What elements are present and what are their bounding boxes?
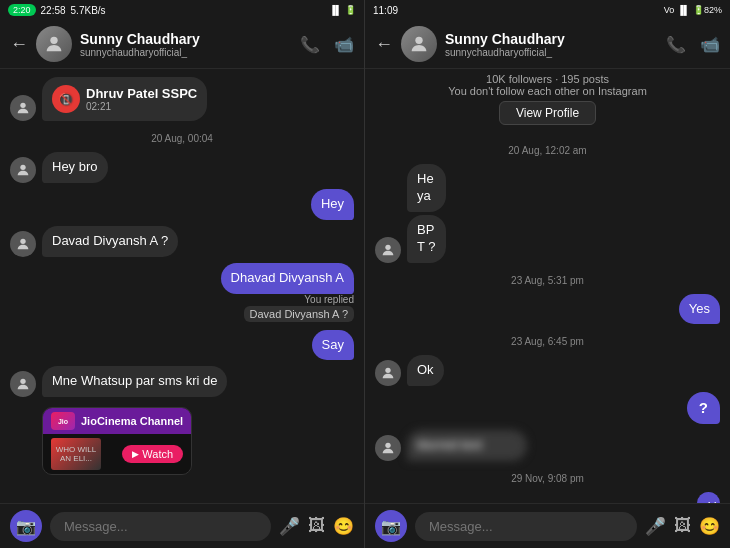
right-status-bar: 11:09 Vo ▐▌ 🔋82% <box>365 0 730 20</box>
msg-bubble-davad: Davad Divyansh A ? <box>42 226 178 257</box>
heya-bpt-group: Heya BPT ? <box>407 164 463 263</box>
msg-bubble-hi: Hi <box>697 492 720 503</box>
msg-row-say: Say <box>10 330 354 361</box>
left-contact-avatar <box>36 26 72 62</box>
svg-point-6 <box>385 244 390 249</box>
left-back-button[interactable]: ← <box>10 34 28 55</box>
right-camera-button[interactable]: 📷 <box>375 510 407 542</box>
network-speed: 5.7KB/s <box>71 5 106 16</box>
timestamp-1: 20 Aug, 00:04 <box>10 133 354 144</box>
left-gallery-icon[interactable]: 🖼 <box>308 516 325 536</box>
right-header-info: Sunny Chaudhary sunnychaudharyofficial_ <box>445 31 658 58</box>
svg-point-5 <box>415 37 422 44</box>
ad-row: Jio JioCinema Channel WHO WILLAN ELI... … <box>10 403 354 479</box>
watch-label: Watch <box>142 448 173 460</box>
right-msg-question: ? <box>375 392 720 424</box>
caller-name: Dhruv Patel SSPC <box>86 86 197 101</box>
incoming-avatar-3 <box>10 371 36 397</box>
ad-body: WHO WILLAN ELI... ▶ Watch <box>43 434 191 474</box>
right-header-actions: 📞 📹 <box>666 35 720 54</box>
left-time: 22:58 <box>41 5 66 16</box>
left-chat-body: 📵 Dhruv Patel SSPC 02:21 20 Aug, 00:04 H… <box>0 69 364 503</box>
msg-row-incoming-1: Hey bro <box>10 152 354 183</box>
right-contact-avatar <box>401 26 437 62</box>
jiocinema-ad-banner: Jio JioCinema Channel WHO WILLAN ELI... … <box>42 407 192 475</box>
left-camera-button[interactable]: 📷 <box>10 510 42 542</box>
right-msg-hi: Hi <box>688 492 720 503</box>
left-header-actions: 📞 📹 <box>300 35 354 54</box>
right-timestamp-3: 23 Aug, 6:45 pm <box>375 336 720 347</box>
incoming-avatar-2 <box>10 231 36 257</box>
msg-bubble-dhavad: Dhavad Divyansh A <box>221 263 354 294</box>
left-chat-panel: 2:20 22:58 5.7KB/s ▐▌ 🔋 ← Sunny Chaudhar… <box>0 0 365 548</box>
msg-row-outgoing-hey: Hey <box>10 189 354 220</box>
right-phone-icon[interactable]: 📞 <box>666 35 686 54</box>
left-video-icon[interactable]: 📹 <box>334 35 354 54</box>
msg-bubble-hey: Hey <box>311 189 354 220</box>
svg-point-0 <box>50 37 57 44</box>
status-icons-right: ▐▌ 🔋 <box>329 5 356 15</box>
reply-ref-text: Davad Divyansh A ? <box>244 306 354 322</box>
view-profile-button[interactable]: View Profile <box>499 101 596 125</box>
call-notification-row: 📵 Dhruv Patel SSPC 02:21 <box>10 77 354 121</box>
right-time: 11:09 <box>373 5 398 16</box>
ad-channel-name: JioCinema Channel <box>81 415 183 427</box>
call-bubble: 📵 Dhruv Patel SSPC 02:21 <box>42 77 207 121</box>
active-call-indicator: 2:20 <box>8 4 36 16</box>
right-message-input[interactable] <box>415 512 637 541</box>
right-msg-ok: Ok <box>375 355 720 386</box>
watch-button[interactable]: ▶ Watch <box>122 445 183 463</box>
right-chat-header: ← Sunny Chaudhary sunnychaudharyofficial… <box>365 20 730 69</box>
right-msg-heya: Heya BPT ? <box>375 164 720 263</box>
msg-bubble-blurred: blurred text <box>407 430 527 461</box>
msg-bubble-question: ? <box>687 392 720 424</box>
jio-logo: Jio <box>51 412 75 430</box>
msg-bubble-ok: Ok <box>407 355 444 386</box>
right-mic-icon[interactable]: 🎤 <box>645 516 666 537</box>
msg-bubble-say: Say <box>312 330 354 361</box>
left-message-input[interactable] <box>50 512 271 541</box>
right-status-icons: Vo ▐▌ 🔋82% <box>664 5 722 15</box>
left-sticker-icon[interactable]: 😊 <box>333 516 354 537</box>
right-input-bar: 📷 🎤 🖼 😊 <box>365 503 730 548</box>
right-msg-blurred: blurred text <box>375 430 720 461</box>
left-contact-name: Sunny Chaudhary <box>80 31 292 47</box>
left-input-bar: 📷 🎤 🖼 😊 <box>0 503 364 548</box>
msg-bubble-bpt: BPT ? <box>407 215 446 263</box>
right-incoming-avatar-3 <box>375 435 401 461</box>
profile-stats: 10K followers · 195 posts <box>375 73 720 85</box>
svg-point-2 <box>20 165 25 170</box>
call-avatar <box>10 95 36 121</box>
msg-row-reply: Dhavad Divyansh A You replied Davad Divy… <box>10 263 354 324</box>
svg-point-8 <box>385 442 390 447</box>
msg-row-incoming-2: Davad Divyansh A ? <box>10 226 354 257</box>
incoming-avatar-1 <box>10 157 36 183</box>
right-gallery-icon[interactable]: 🖼 <box>674 516 691 536</box>
left-mic-icon[interactable]: 🎤 <box>279 516 300 537</box>
call-duration: 02:21 <box>86 101 197 112</box>
right-video-icon[interactable]: 📹 <box>700 35 720 54</box>
call-info: Dhruv Patel SSPC 02:21 <box>86 86 197 112</box>
right-sticker-icon[interactable]: 😊 <box>699 516 720 537</box>
play-icon: ▶ <box>132 449 139 459</box>
svg-point-3 <box>20 238 25 243</box>
replied-label: You replied <box>304 294 354 305</box>
left-header-info: Sunny Chaudhary sunnychaudharyofficial_ <box>80 31 292 58</box>
instagram-profile-banner: 10K followers · 195 posts You don't foll… <box>365 69 730 131</box>
right-incoming-avatar-2 <box>375 360 401 386</box>
right-msg-yes: Yes <box>375 294 720 325</box>
ad-header: Jio JioCinema Channel <box>43 408 191 434</box>
msg-bubble-yes: Yes <box>679 294 720 325</box>
msg-bubble-hey-bro: Hey bro <box>42 152 108 183</box>
right-chat-panel: 11:09 Vo ▐▌ 🔋82% ← Sunny Chaudhary sunny… <box>365 0 730 548</box>
left-phone-icon[interactable]: 📞 <box>300 35 320 54</box>
right-timestamp-4: 29 Nov, 9:08 pm <box>375 473 720 484</box>
right-chat-body: 20 Aug, 12:02 am Heya BPT ? 23 Aug, 5:31… <box>365 131 730 503</box>
right-back-button[interactable]: ← <box>375 34 393 55</box>
ad-thumbnail: WHO WILLAN ELI... <box>51 438 101 470</box>
right-timestamp-2: 23 Aug, 5:31 pm <box>375 275 720 286</box>
msg-bubble-whatsup: Mne Whatsup par sms kri de <box>42 366 227 397</box>
svg-point-4 <box>20 379 25 384</box>
right-contact-sub: sunnychaudharyofficial_ <box>445 47 658 58</box>
msg-row-whatsup: Mne Whatsup par sms kri de <box>10 366 354 397</box>
